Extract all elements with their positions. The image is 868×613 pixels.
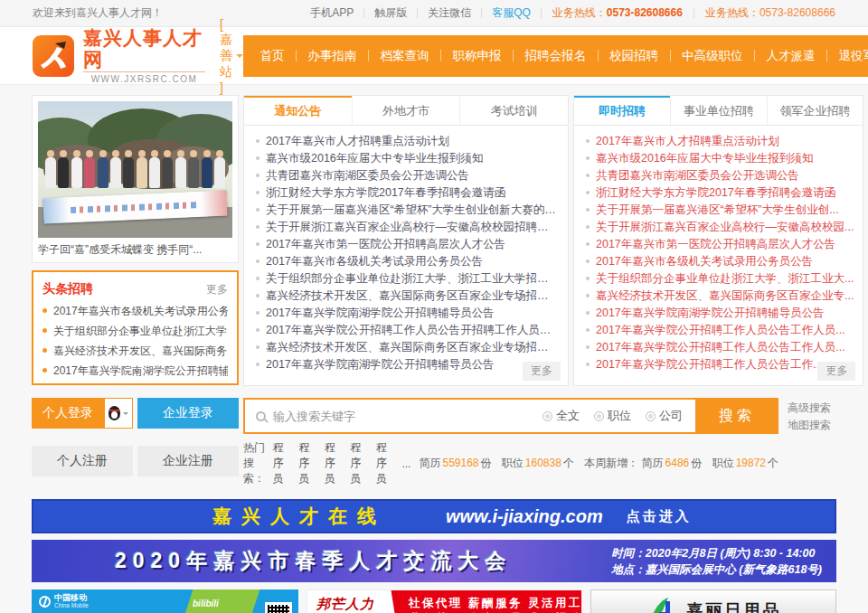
list-item[interactable]: 关于组织部分企事业单位赴浙江大学、浙江工业大学招聘人才的... bbox=[256, 270, 559, 288]
list-item[interactable]: 关于组织部分企事业单位赴浙江大学... bbox=[42, 321, 228, 341]
job-fair-banner[interactable]: 2020年嘉兴市春季人才交流大会 时间：2020年2月8日 (周六) 8:30 … bbox=[32, 540, 836, 582]
hotline-1: 业务热线：0573-82608666 bbox=[542, 5, 683, 21]
advanced-search-link[interactable]: 高级搜索 bbox=[788, 400, 836, 417]
tab-public-institution-jobs[interactable]: 事业单位招聘 bbox=[670, 96, 767, 125]
topbar-link-mobile-app[interactable]: 手机APP bbox=[300, 5, 363, 21]
list-item[interactable]: 共青团嘉兴市南湖区委员会公开选调公告 bbox=[586, 167, 854, 184]
list-item[interactable]: 共青团嘉兴市南湖区委员会公开选调公告 bbox=[256, 167, 559, 184]
list-item[interactable]: 2017年嘉兴学院南湖学院公开招聘辅... bbox=[42, 361, 228, 381]
list-item[interactable]: 2017年嘉兴学院公开招聘工作人员公告开招聘工作人员公告开... bbox=[256, 322, 559, 339]
qq-login-button[interactable] bbox=[104, 398, 133, 429]
list-item[interactable]: 关于组织部分企事业单位赴浙江大学、浙江工业大... bbox=[586, 270, 854, 288]
chevron-down-icon bbox=[123, 412, 128, 418]
jobs-list: 2017年嘉兴市人才招聘重点活动计划 嘉兴市级2016年应届大中专毕业生报到须知… bbox=[574, 126, 863, 377]
nav-campus[interactable]: 校园招聘 bbox=[599, 48, 670, 64]
photo-people-row bbox=[45, 157, 225, 188]
nav-archive-query[interactable]: 档案查询 bbox=[369, 48, 440, 64]
personal-register-button[interactable]: 个人注册 bbox=[32, 446, 133, 476]
hot-term[interactable]: 程序员 bbox=[376, 440, 394, 486]
notices-tabs: 通知公告 外地才市 考试培训 bbox=[244, 96, 568, 126]
chevron-down-icon bbox=[236, 54, 243, 61]
topbar: 欢迎来到嘉兴人事人才网！ 手机APP 触屏版 关注微信 客服QQ 业务热线：05… bbox=[0, 0, 868, 27]
banmang-hr-ad[interactable]: 邦芒人力 50bm.com 社保代理 薪酬服务 灵活用工 业务外包 人事代理 求… bbox=[307, 589, 582, 613]
company-login-button[interactable]: 企业登录 bbox=[137, 398, 239, 429]
nav-dispatch[interactable]: 人才派遣 bbox=[755, 48, 826, 64]
jobs-more-link[interactable]: 更多 bbox=[817, 362, 855, 381]
list-item[interactable]: 2017年嘉兴市人才招聘重点活动计划 bbox=[586, 133, 854, 150]
list-item[interactable]: 2017年嘉兴市第一医院公开招聘高层次人才公告 bbox=[256, 236, 559, 253]
tab-instant-jobs[interactable]: 即时招聘 bbox=[574, 96, 670, 125]
search-input[interactable] bbox=[273, 410, 542, 423]
list-item[interactable]: 2017年嘉兴市第一医院公开招聘高层次人才公告 bbox=[586, 236, 854, 253]
search-button[interactable]: 搜索 bbox=[695, 398, 778, 434]
list-item[interactable]: 2017年嘉兴学院南湖学院公开招聘辅导员公告 bbox=[256, 305, 559, 322]
notices-list: 2017年嘉兴市人才招聘重点活动计划 嘉兴市级2016年应届大中专毕业生报到须知… bbox=[244, 126, 568, 377]
nav-senior-jobs[interactable]: 中高级职位 bbox=[671, 48, 755, 64]
map-search-link[interactable]: 地图搜索 bbox=[788, 417, 836, 434]
list-item[interactable]: 2017年嘉兴市各级机关考试录用公务员公告 bbox=[586, 253, 854, 270]
hot-term[interactable]: 程序员 bbox=[350, 440, 368, 486]
list-item[interactable]: 嘉兴市级2016年应届大中专毕业生报到须知 bbox=[586, 150, 854, 167]
search-area: 全文 职位 公司 搜索 热门搜索： 程序员 程序员 程序员 程序员 程序员 ..… bbox=[243, 398, 836, 486]
banmang-services: 社保代理 薪酬服务 灵活用工 业务外包 人事代理 求职招聘 bbox=[409, 596, 574, 613]
nav-fair-signup[interactable]: 招聘会报名 bbox=[514, 48, 598, 64]
nav-home[interactable]: 首页 bbox=[249, 48, 296, 64]
company-register-button[interactable]: 企业注册 bbox=[137, 446, 239, 476]
list-item[interactable]: 嘉兴经济技术开发区、嘉兴国际商务区百家企业专... bbox=[586, 288, 854, 305]
jobs-panel: 即时招聘 事业单位招聘 领军企业招聘 2017年嘉兴市人才招聘重点活动计划 嘉兴… bbox=[573, 95, 863, 386]
list-item[interactable]: 2017年嘉兴市各级机关考试录用公务... bbox=[42, 301, 228, 321]
list-item[interactable]: 2017年嘉兴市人才招聘重点活动计划 bbox=[256, 133, 559, 150]
hot-term[interactable]: ... bbox=[401, 457, 410, 470]
list-item[interactable]: 嘉兴市级2016年应届大中专毕业生报到须知 bbox=[256, 150, 559, 167]
hot-term[interactable]: 程序员 bbox=[273, 440, 291, 486]
notices-more-link[interactable]: 更多 bbox=[523, 362, 561, 381]
topbar-link-touch-version[interactable]: 触屏版 bbox=[364, 5, 417, 21]
list-item[interactable]: 2017年嘉兴学院公开招聘工作人员公告工作人员... bbox=[586, 339, 854, 356]
list-item[interactable]: 嘉兴经济技术开发区、嘉兴国际商务... bbox=[42, 341, 228, 361]
scope-company[interactable]: 公司 bbox=[646, 408, 683, 424]
list-item[interactable]: 关于开展浙江嘉兴百家企业高校行—安徽高校校园招聘活动的通... bbox=[256, 219, 559, 236]
list-item[interactable]: 关于开展浙江嘉兴百家企业高校行—安徽高校校园... bbox=[586, 219, 854, 236]
list-item[interactable]: 关于开展第一届嘉兴港区“希望杯”大学生创业创新大赛的通知 bbox=[256, 202, 559, 219]
headline-jobs-box: 头条招聘 更多 2017年嘉兴市各级机关考试录用公务... 关于组织部分企事业单… bbox=[32, 270, 239, 385]
hotline-2: 业务热线：0573-82608666 bbox=[694, 5, 835, 21]
scope-fulltext[interactable]: 全文 bbox=[542, 408, 580, 424]
hot-term[interactable]: 程序员 bbox=[325, 440, 343, 486]
personal-login-button[interactable]: 个人登录 bbox=[32, 398, 104, 429]
nav-guide[interactable]: 办事指南 bbox=[297, 48, 368, 64]
list-item[interactable]: 浙江财经大学东方学院2017年春季招聘会邀请函 bbox=[586, 184, 854, 202]
station-selector[interactable]: [ 嘉善站 ] bbox=[220, 17, 243, 95]
jaly-name: 嘉丽日用品 bbox=[687, 599, 782, 613]
list-item[interactable]: 2017年嘉兴学院公开招聘工作人员公告工作... bbox=[586, 356, 854, 373]
tab-other-markets[interactable]: 外地才市 bbox=[352, 96, 460, 125]
nav-title-declare[interactable]: 职称申报 bbox=[441, 48, 513, 64]
scope-position[interactable]: 职位 bbox=[594, 408, 631, 424]
photo-caption[interactable]: 学子回“嘉”感受禾城蝶变 携手同“... bbox=[38, 238, 232, 261]
topbar-link-wechat[interactable]: 关注微信 bbox=[418, 5, 481, 21]
talent-online-banner[interactable]: 嘉兴人才在线 www.i-jiaxing.com 点击进入 bbox=[32, 499, 836, 533]
list-item[interactable]: 嘉兴经济技术开发区、嘉兴国际商务区百家企业专场招聘会公告 bbox=[256, 339, 559, 356]
campus-photo[interactable] bbox=[38, 101, 232, 238]
list-item[interactable]: 嘉兴经济技术开发区、嘉兴国际商务区百家企业专场招聘会公告 bbox=[256, 288, 559, 305]
tab-exam-training[interactable]: 考试培训 bbox=[459, 96, 568, 125]
site-logo[interactable] bbox=[33, 35, 74, 77]
list-item[interactable]: 2017年嘉兴学院南湖学院公开招聘辅导员公告 bbox=[586, 305, 854, 322]
hot-search-row: 热门搜索： 程序员 程序员 程序员 程序员 程序员 ... 简历559168份 … bbox=[243, 440, 778, 486]
qr-code bbox=[265, 602, 292, 613]
list-item[interactable]: 2017年嘉兴市各级机关考试录用公务员公告 bbox=[256, 253, 559, 270]
hot-term[interactable]: 程序员 bbox=[298, 440, 316, 486]
headline-more-link[interactable]: 更多 bbox=[206, 282, 228, 297]
headline-title: 头条招聘 bbox=[42, 281, 93, 297]
site-stats: 简历559168份 职位160838个 本周新增： 简历6486份 职位1987… bbox=[419, 456, 778, 471]
nav-veterans[interactable]: 退役军人招聘 bbox=[827, 48, 868, 64]
tab-notices[interactable]: 通知公告 bbox=[244, 96, 352, 125]
tab-leading-enterprise-jobs[interactable]: 领军企业招聘 bbox=[767, 96, 863, 125]
topbar-link-service-qq[interactable]: 客服QQ bbox=[482, 5, 541, 21]
list-item[interactable]: 2017年嘉兴学院公开招聘工作人员公告工作人员... bbox=[586, 322, 854, 339]
jaly-ad[interactable]: JALY 嘉丽日用品 bbox=[590, 589, 836, 613]
china-mobile-ad[interactable]: 中国移动China Mobile 移动花卡 bilibili 季度会员 bbox=[32, 589, 298, 613]
list-item[interactable]: 2017年嘉兴学院南湖学院公开招聘辅导员公告 bbox=[256, 356, 559, 373]
notices-panel: 通知公告 外地才市 考试培训 2017年嘉兴市人才招聘重点活动计划 嘉兴市级20… bbox=[243, 95, 569, 386]
list-item[interactable]: 浙江财经大学东方学院2017年春季招聘会邀请函 bbox=[256, 184, 559, 202]
list-item[interactable]: 关于开展第一届嘉兴港区“希望杯”大学生创业创... bbox=[586, 202, 854, 219]
